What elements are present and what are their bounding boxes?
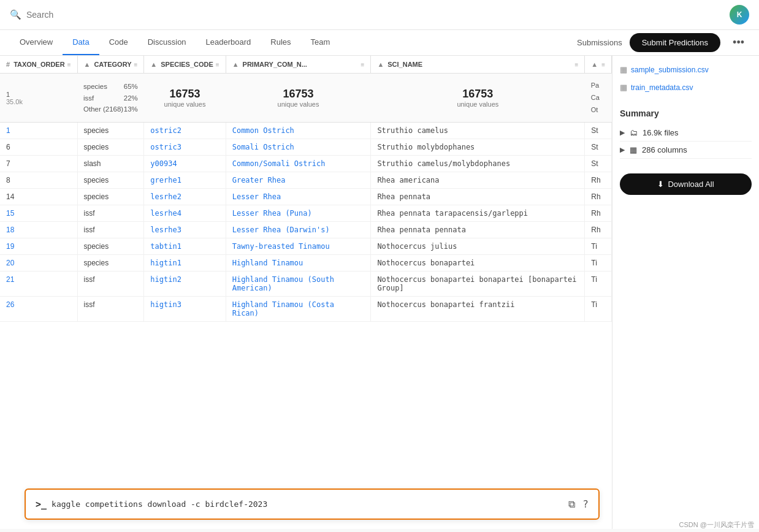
primary-com-link[interactable]: Somali Ostrich	[232, 143, 294, 151]
species-code-link[interactable]: lesrhe2	[150, 192, 181, 201]
species-code-link[interactable]: higtin3	[150, 300, 181, 309]
species-code-link[interactable]: higtin1	[150, 259, 181, 267]
cell-category: slash	[77, 156, 144, 172]
terminal-icons: ⧉ ?	[568, 498, 589, 510]
download-all-button[interactable]: ⬇ Download All	[620, 173, 752, 195]
taxon-link[interactable]: 18	[6, 226, 14, 234]
tab-rules[interactable]: Rules	[261, 30, 300, 55]
summary-columns[interactable]: ▶ ▦ 286 columns	[620, 142, 752, 159]
primary-com-link[interactable]: Highland Tinamou	[232, 259, 303, 267]
submissions-link[interactable]: Submissions	[577, 38, 622, 47]
primary-com-link[interactable]: Common Ostrich	[232, 126, 294, 135]
cell-species-code: higtin3	[144, 297, 226, 322]
tab-code[interactable]: Code	[99, 30, 138, 55]
sort-icon-taxon[interactable]: ≡	[67, 61, 71, 68]
cell-extra: Rh	[585, 172, 612, 189]
taxon-link[interactable]: 15	[6, 209, 14, 218]
sort-icon-pc[interactable]: ≡	[361, 61, 365, 68]
table-row: 8 species grerhe1 Greater Rhea Rhea amer…	[0, 172, 612, 189]
summary-title: Summary	[620, 108, 752, 118]
cell-primary-com: Tawny-breasted Tinamou	[226, 238, 371, 255]
primary-com-link[interactable]: Lesser Rhea (Puna)	[232, 209, 312, 218]
taxon-link[interactable]: 1	[6, 126, 10, 135]
species-code-link[interactable]: ostric3	[150, 143, 181, 151]
file-icon-sample: ▦	[620, 65, 627, 74]
species-code-link[interactable]: grerhe1	[150, 176, 181, 184]
summary-cols-icon: ▦	[630, 145, 637, 154]
cell-species-code: lesrhe4	[144, 205, 226, 222]
cell-sci-name: Struthio camelus	[371, 123, 585, 139]
stats-row: 1 35.0k species65% issf22% Other (2168)1…	[0, 74, 612, 123]
download-icon: ⬇	[657, 180, 664, 189]
species-code-link[interactable]: lesrhe4	[150, 209, 181, 218]
summary-files[interactable]: ▶ 🗂 16.9k files	[620, 124, 752, 142]
table-row: 7 slash y00934 Common/Somali Ostrich Str…	[0, 156, 612, 172]
search-bar: 🔍 K	[0, 0, 759, 30]
cell-primary-com: Highland Tinamou (South American)	[226, 272, 371, 297]
cell-extra: Ti	[585, 297, 612, 322]
primary-com-link[interactable]: Highland Tinamou (South American)	[232, 275, 334, 292]
cell-species-code: ostric3	[144, 139, 226, 156]
taxon-link[interactable]: 20	[6, 259, 14, 267]
file-item-train[interactable]: ▦ train_metadata.csv	[620, 81, 752, 94]
stats-sci-name: 16753 unique values	[371, 74, 585, 123]
taxon-value: 8	[6, 176, 10, 184]
table-row: 21 issf higtin2 Highland Tinamou (South …	[0, 272, 612, 297]
sort-icon-cat[interactable]: ≡	[134, 61, 138, 68]
cell-species-code: tabtin1	[144, 238, 226, 255]
cell-species-code: higtin2	[144, 272, 226, 297]
cell-sci-name: Nothocercus bonapartei	[371, 255, 585, 272]
tab-team[interactable]: Team	[301, 30, 340, 55]
species-code-link[interactable]: tabtin1	[150, 242, 181, 251]
species-code-link[interactable]: higtin2	[150, 275, 181, 284]
cell-category: species	[77, 123, 144, 139]
col-category: ▲ CATEGORY ≡	[77, 56, 144, 74]
tab-overview[interactable]: Overview	[10, 30, 63, 55]
search-input[interactable]	[26, 10, 333, 20]
help-icon[interactable]: ?	[582, 498, 589, 510]
taxon-link[interactable]: 21	[6, 275, 14, 284]
table-row: 6 species ostric3 Somali Ostrich Struthi…	[0, 139, 612, 156]
nav-right: Submissions Submit Predictions •••	[577, 33, 749, 52]
col-species-code: ▲ SPECIES_CODE ≡	[144, 56, 226, 74]
taxon-link[interactable]: 19	[6, 242, 14, 251]
primary-com-link[interactable]: Common/Somali Ostrich	[232, 159, 326, 168]
cell-sci-name: Rhea pennata	[371, 189, 585, 205]
cell-category: issf	[77, 272, 144, 297]
sort-icon-sn[interactable]: ≡	[574, 61, 578, 68]
sort-icon-ex[interactable]: ≡	[601, 61, 605, 68]
col-type-icon-sn: ▲	[377, 61, 384, 68]
cell-category: species	[77, 139, 144, 156]
primary-com-link[interactable]: Tawny-breasted Tinamou	[232, 242, 330, 251]
cell-species-code: y00934	[144, 156, 226, 172]
data-table: # TAXON_ORDER ≡ ▲ CATEGORY ≡	[0, 56, 612, 322]
primary-com-link[interactable]: Greater Rhea	[232, 176, 286, 184]
tab-discussion[interactable]: Discussion	[138, 30, 196, 55]
avatar[interactable]: K	[730, 5, 749, 25]
cell-primary-com: Highland Tinamou	[226, 255, 371, 272]
species-code-link[interactable]: lesrhe3	[150, 226, 181, 234]
primary-com-link[interactable]: Lesser Rhea	[232, 192, 281, 201]
cell-sci-name: Struthio camelus/molybdophanes	[371, 156, 585, 172]
cell-primary-com: Lesser Rhea (Darwin's)	[226, 222, 371, 238]
cell-extra: Rh	[585, 189, 612, 205]
tab-data[interactable]: Data	[63, 30, 99, 55]
sort-icon-sc[interactable]: ≡	[216, 61, 219, 68]
table-row: 19 species tabtin1 Tawny-breasted Tinamo…	[0, 238, 612, 255]
table-body: 1 species ostric2 Common Ostrich Struthi…	[0, 123, 612, 322]
copy-icon[interactable]: ⧉	[568, 498, 575, 510]
submit-predictions-button[interactable]: Submit Predictions	[630, 33, 720, 52]
cell-species-code: higtin1	[144, 255, 226, 272]
species-code-link[interactable]: y00934	[150, 159, 177, 168]
species-code-link[interactable]: ostric2	[150, 126, 181, 135]
more-menu-button[interactable]: •••	[728, 34, 749, 51]
cell-sci-name: Nothocercus bonapartei bonapartei [bonap…	[371, 272, 585, 297]
cell-sci-name: Nothocercus julius	[371, 238, 585, 255]
right-panel: ▦ sample_submission.csv ▦ train_metadata…	[612, 56, 759, 529]
col-extra: ▲ ≡	[585, 56, 612, 74]
file-item-sample[interactable]: ▦ sample_submission.csv	[620, 63, 752, 76]
primary-com-link[interactable]: Highland Tinamou (Costa Rican)	[232, 300, 334, 317]
primary-com-link[interactable]: Lesser Rhea (Darwin's)	[232, 226, 330, 234]
tab-leaderboard[interactable]: Leaderboard	[196, 30, 261, 55]
taxon-link[interactable]: 26	[6, 300, 14, 309]
